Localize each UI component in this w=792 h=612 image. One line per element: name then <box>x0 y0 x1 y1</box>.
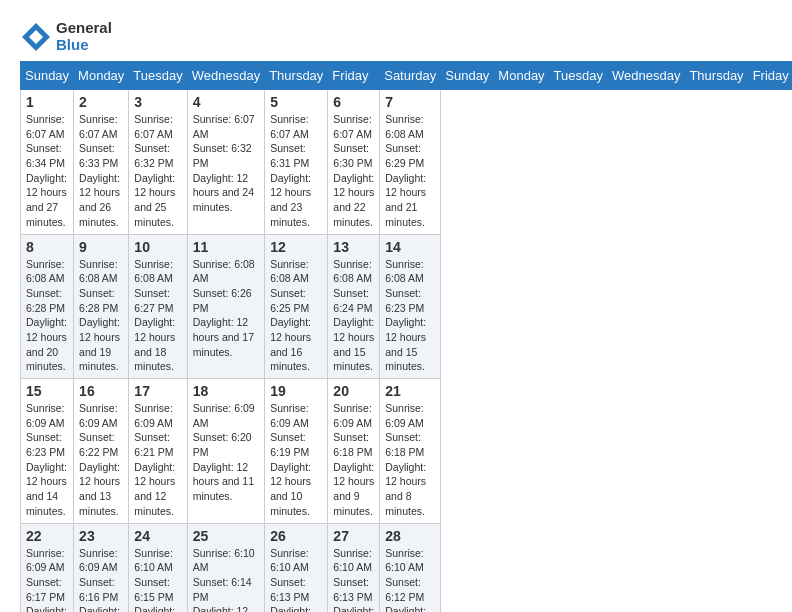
day-number: 28 <box>385 528 435 544</box>
calendar-week-4: 22Sunrise: 6:09 AMSunset: 6:17 PMDayligh… <box>21 523 793 612</box>
day-cell-10: 10Sunrise: 6:08 AMSunset: 6:27 PMDayligh… <box>129 234 187 379</box>
day-cell-25: 25Sunrise: 6:10 AMSunset: 6:14 PMDayligh… <box>187 523 264 612</box>
day-number: 10 <box>134 239 181 255</box>
calendar-week-3: 15Sunrise: 6:09 AMSunset: 6:23 PMDayligh… <box>21 379 793 524</box>
day-info: Sunrise: 6:09 AMSunset: 6:20 PMDaylight:… <box>193 401 259 504</box>
day-number: 14 <box>385 239 435 255</box>
day-number: 8 <box>26 239 68 255</box>
header-friday: Friday <box>748 62 792 90</box>
day-cell-9: 9Sunrise: 6:08 AMSunset: 6:28 PMDaylight… <box>74 234 129 379</box>
day-info: Sunrise: 6:07 AMSunset: 6:32 PMDaylight:… <box>193 112 259 215</box>
day-info: Sunrise: 6:10 AMSunset: 6:13 PMDaylight:… <box>333 546 374 613</box>
day-cell-20: 20Sunrise: 6:09 AMSunset: 6:18 PMDayligh… <box>328 379 380 524</box>
day-cell-26: 26Sunrise: 6:10 AMSunset: 6:13 PMDayligh… <box>265 523 328 612</box>
day-number: 18 <box>193 383 259 399</box>
day-number: 7 <box>385 94 435 110</box>
day-info: Sunrise: 6:09 AMSunset: 6:18 PMDaylight:… <box>385 401 435 519</box>
day-number: 11 <box>193 239 259 255</box>
header-monday: Monday <box>74 62 129 90</box>
day-cell-19: 19Sunrise: 6:09 AMSunset: 6:19 PMDayligh… <box>265 379 328 524</box>
day-number: 13 <box>333 239 374 255</box>
day-number: 17 <box>134 383 181 399</box>
day-info: Sunrise: 6:08 AMSunset: 6:23 PMDaylight:… <box>385 257 435 375</box>
calendar-week-1: 1Sunrise: 6:07 AMSunset: 6:34 PMDaylight… <box>21 90 793 235</box>
page-header: General Blue <box>20 20 772 53</box>
day-cell-23: 23Sunrise: 6:09 AMSunset: 6:16 PMDayligh… <box>74 523 129 612</box>
header-thursday: Thursday <box>685 62 748 90</box>
logo-icon <box>20 21 52 53</box>
header-friday: Friday <box>328 62 380 90</box>
day-cell-2: 2Sunrise: 6:07 AMSunset: 6:33 PMDaylight… <box>74 90 129 235</box>
day-number: 27 <box>333 528 374 544</box>
logo-general: General <box>56 19 112 36</box>
day-cell-5: 5Sunrise: 6:07 AMSunset: 6:31 PMDaylight… <box>265 90 328 235</box>
day-info: Sunrise: 6:10 AMSunset: 6:14 PMDaylight:… <box>193 546 259 613</box>
day-number: 2 <box>79 94 123 110</box>
day-number: 4 <box>193 94 259 110</box>
day-info: Sunrise: 6:09 AMSunset: 6:18 PMDaylight:… <box>333 401 374 519</box>
logo-blue: Blue <box>56 36 89 53</box>
logo: General Blue <box>20 20 112 53</box>
day-info: Sunrise: 6:07 AMSunset: 6:32 PMDaylight:… <box>134 112 181 230</box>
day-info: Sunrise: 6:09 AMSunset: 6:22 PMDaylight:… <box>79 401 123 519</box>
day-info: Sunrise: 6:07 AMSunset: 6:31 PMDaylight:… <box>270 112 322 230</box>
day-info: Sunrise: 6:09 AMSunset: 6:19 PMDaylight:… <box>270 401 322 519</box>
day-number: 1 <box>26 94 68 110</box>
header-tuesday: Tuesday <box>129 62 187 90</box>
day-info: Sunrise: 6:10 AMSunset: 6:12 PMDaylight:… <box>385 546 435 613</box>
day-number: 26 <box>270 528 322 544</box>
day-info: Sunrise: 6:09 AMSunset: 6:21 PMDaylight:… <box>134 401 181 519</box>
day-number: 19 <box>270 383 322 399</box>
header-wednesday: Wednesday <box>187 62 264 90</box>
day-cell-8: 8Sunrise: 6:08 AMSunset: 6:28 PMDaylight… <box>21 234 74 379</box>
day-number: 21 <box>385 383 435 399</box>
day-number: 25 <box>193 528 259 544</box>
calendar-header-row: SundayMondayTuesdayWednesdayThursdayFrid… <box>21 62 793 90</box>
day-cell-3: 3Sunrise: 6:07 AMSunset: 6:32 PMDaylight… <box>129 90 187 235</box>
day-number: 24 <box>134 528 181 544</box>
day-info: Sunrise: 6:08 AMSunset: 6:26 PMDaylight:… <box>193 257 259 360</box>
day-cell-24: 24Sunrise: 6:10 AMSunset: 6:15 PMDayligh… <box>129 523 187 612</box>
day-info: Sunrise: 6:09 AMSunset: 6:17 PMDaylight:… <box>26 546 68 613</box>
day-number: 12 <box>270 239 322 255</box>
day-info: Sunrise: 6:07 AMSunset: 6:34 PMDaylight:… <box>26 112 68 230</box>
header-saturday: Saturday <box>380 62 441 90</box>
day-number: 23 <box>79 528 123 544</box>
day-cell-13: 13Sunrise: 6:08 AMSunset: 6:24 PMDayligh… <box>328 234 380 379</box>
header-sunday: Sunday <box>441 62 494 90</box>
day-number: 9 <box>79 239 123 255</box>
header-wednesday: Wednesday <box>608 62 685 90</box>
day-number: 15 <box>26 383 68 399</box>
day-info: Sunrise: 6:10 AMSunset: 6:15 PMDaylight:… <box>134 546 181 613</box>
header-tuesday: Tuesday <box>549 62 607 90</box>
day-info: Sunrise: 6:08 AMSunset: 6:24 PMDaylight:… <box>333 257 374 375</box>
day-cell-1: 1Sunrise: 6:07 AMSunset: 6:34 PMDaylight… <box>21 90 74 235</box>
day-info: Sunrise: 6:08 AMSunset: 6:29 PMDaylight:… <box>385 112 435 230</box>
day-cell-22: 22Sunrise: 6:09 AMSunset: 6:17 PMDayligh… <box>21 523 74 612</box>
day-info: Sunrise: 6:10 AMSunset: 6:13 PMDaylight:… <box>270 546 322 613</box>
header-sunday: Sunday <box>21 62 74 90</box>
day-cell-21: 21Sunrise: 6:09 AMSunset: 6:18 PMDayligh… <box>380 379 441 524</box>
day-number: 3 <box>134 94 181 110</box>
header-thursday: Thursday <box>265 62 328 90</box>
day-cell-18: 18Sunrise: 6:09 AMSunset: 6:20 PMDayligh… <box>187 379 264 524</box>
day-number: 20 <box>333 383 374 399</box>
day-cell-16: 16Sunrise: 6:09 AMSunset: 6:22 PMDayligh… <box>74 379 129 524</box>
calendar-table: SundayMondayTuesdayWednesdayThursdayFrid… <box>20 61 792 612</box>
day-cell-6: 6Sunrise: 6:07 AMSunset: 6:30 PMDaylight… <box>328 90 380 235</box>
day-cell-12: 12Sunrise: 6:08 AMSunset: 6:25 PMDayligh… <box>265 234 328 379</box>
day-info: Sunrise: 6:07 AMSunset: 6:30 PMDaylight:… <box>333 112 374 230</box>
day-info: Sunrise: 6:08 AMSunset: 6:25 PMDaylight:… <box>270 257 322 375</box>
day-info: Sunrise: 6:09 AMSunset: 6:16 PMDaylight:… <box>79 546 123 613</box>
day-cell-14: 14Sunrise: 6:08 AMSunset: 6:23 PMDayligh… <box>380 234 441 379</box>
day-info: Sunrise: 6:09 AMSunset: 6:23 PMDaylight:… <box>26 401 68 519</box>
header-monday: Monday <box>494 62 549 90</box>
calendar-week-2: 8Sunrise: 6:08 AMSunset: 6:28 PMDaylight… <box>21 234 793 379</box>
day-cell-7: 7Sunrise: 6:08 AMSunset: 6:29 PMDaylight… <box>380 90 441 235</box>
day-number: 16 <box>79 383 123 399</box>
day-cell-11: 11Sunrise: 6:08 AMSunset: 6:26 PMDayligh… <box>187 234 264 379</box>
day-info: Sunrise: 6:08 AMSunset: 6:28 PMDaylight:… <box>79 257 123 375</box>
day-cell-15: 15Sunrise: 6:09 AMSunset: 6:23 PMDayligh… <box>21 379 74 524</box>
day-number: 6 <box>333 94 374 110</box>
day-info: Sunrise: 6:07 AMSunset: 6:33 PMDaylight:… <box>79 112 123 230</box>
